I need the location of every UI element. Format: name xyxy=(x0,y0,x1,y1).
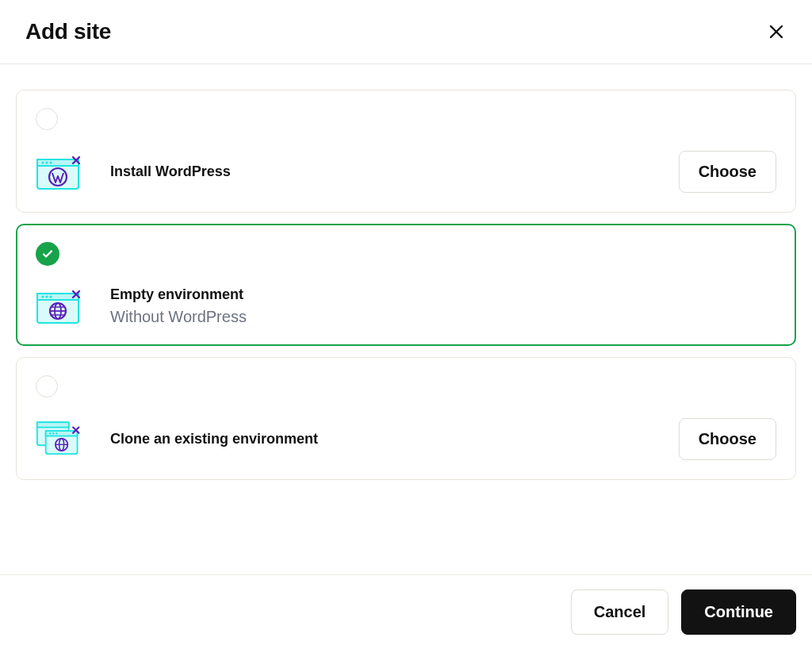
option-row: Install WordPress Choose xyxy=(36,151,776,193)
svg-point-6 xyxy=(50,161,52,163)
option-row: Clone an existing environment Choose xyxy=(36,418,776,460)
option-text: Install WordPress xyxy=(110,163,679,180)
modal-footer: Cancel Continue xyxy=(0,574,812,649)
option-text: Clone an existing environment xyxy=(110,431,679,447)
radio-unchecked-icon xyxy=(36,375,58,397)
svg-rect-21 xyxy=(37,422,69,427)
choose-button[interactable]: Choose xyxy=(679,418,776,460)
svg-point-13 xyxy=(46,296,48,298)
globe-browser-icon xyxy=(36,287,82,325)
choose-button[interactable]: Choose xyxy=(679,151,776,193)
modal-title: Add site xyxy=(25,19,111,44)
option-empty-environment[interactable]: Empty environment Without WordPress xyxy=(16,224,796,346)
modal-body: Install WordPress Choose xyxy=(0,64,812,480)
option-subtitle: Without WordPress xyxy=(110,308,776,326)
svg-point-12 xyxy=(42,296,44,298)
svg-point-5 xyxy=(46,161,48,163)
option-text: Empty environment Without WordPress xyxy=(110,286,776,326)
option-title: Empty environment xyxy=(110,286,776,303)
option-title: Install WordPress xyxy=(110,163,679,180)
close-icon xyxy=(769,25,783,39)
svg-point-26 xyxy=(56,432,57,434)
modal-header: Add site xyxy=(0,0,812,64)
close-button[interactable] xyxy=(766,21,787,42)
continue-button[interactable]: Continue xyxy=(681,589,796,635)
option-title: Clone an existing environment xyxy=(110,431,679,447)
svg-point-24 xyxy=(49,432,51,434)
wordpress-browser-icon xyxy=(36,153,82,191)
svg-point-4 xyxy=(42,161,44,163)
option-row: Empty environment Without WordPress xyxy=(36,286,776,326)
option-clone-environment[interactable]: Clone an existing environment Choose xyxy=(16,357,796,480)
radio-unchecked-icon xyxy=(36,108,58,130)
svg-point-25 xyxy=(52,432,54,434)
clone-browser-icon xyxy=(36,421,82,459)
svg-point-14 xyxy=(50,296,52,298)
option-install-wordpress[interactable]: Install WordPress Choose xyxy=(16,90,796,213)
radio-checked-icon xyxy=(36,242,59,266)
cancel-button[interactable]: Cancel xyxy=(571,589,669,635)
